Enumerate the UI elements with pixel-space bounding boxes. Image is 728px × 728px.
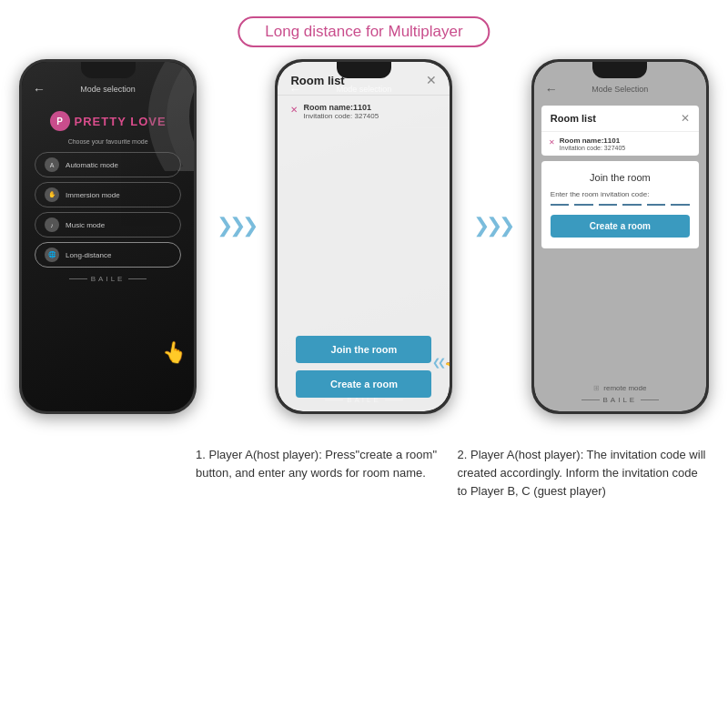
remote-icon-p3: ⊞ bbox=[593, 384, 600, 392]
room-name: Room name:1101 bbox=[303, 103, 379, 112]
room-x-icon: ✕ bbox=[290, 105, 298, 115]
hand-icon-p2: 👆 bbox=[443, 351, 450, 373]
create-room-btn[interactable]: Create a room bbox=[296, 370, 431, 398]
phones-row: ← Mode selection P PRETTY LOVE Choose yo… bbox=[9, 59, 719, 414]
phone3-wrap: ← Mode Selection Room list ✕ ✕ Room name… bbox=[531, 59, 709, 414]
dash-3 bbox=[599, 204, 618, 206]
back-arrow-icon[interactable]: ← bbox=[33, 82, 46, 96]
desc-block-1: 1. Player A(host player): Press"create a… bbox=[196, 446, 449, 500]
mode-btn-music[interactable]: ♪ Music mode bbox=[35, 212, 181, 238]
enter-code-label: Enter the room invitation code: bbox=[551, 190, 690, 198]
desc-block-2: 2. Player A(host player): The invitation… bbox=[458, 446, 711, 500]
hand-arrows-p2: ❮❮ 👆 bbox=[432, 351, 450, 373]
phone1-wrap: ← Mode selection P PRETTY LOVE Choose yo… bbox=[19, 59, 197, 414]
room-x-p3: ✕ bbox=[549, 138, 555, 147]
room-list-title-p3: Room list bbox=[551, 113, 596, 124]
baile-footer: BAILE bbox=[22, 275, 194, 283]
room-info-p3: Room name:1101 Invitation code: 327405 bbox=[560, 136, 625, 151]
dash-2 bbox=[574, 204, 593, 206]
create-room-btn-p3[interactable]: Create a room bbox=[551, 215, 690, 238]
remote-bar-p3: ⊞ remote mode bbox=[593, 384, 646, 392]
modal-close-btn[interactable]: ✕ bbox=[426, 73, 437, 87]
room-list-modal: Room list ✕ ✕ Room name:1101 Invitation … bbox=[278, 62, 450, 411]
phone3-screen: ← Mode Selection Room list ✕ ✕ Room name… bbox=[534, 62, 706, 411]
screen1-header: ← Mode selection bbox=[22, 62, 194, 102]
mode-btn-longdistance[interactable]: 🌐 Long-distance bbox=[35, 242, 181, 268]
room-invitation-code: Invitation code: 327405 bbox=[303, 112, 379, 120]
arrows-1-2: ❯❯❯ bbox=[217, 214, 255, 238]
music-icon: ♪ bbox=[45, 217, 59, 232]
arrow-chevrons-1: ❯❯❯ bbox=[217, 214, 255, 238]
phone2-wrap: ← Mode selection Room list ✕ ✕ Room name… bbox=[275, 59, 452, 414]
modal-header: Room list ✕ bbox=[278, 62, 450, 96]
room-list-close-p3[interactable]: ✕ bbox=[681, 112, 690, 125]
hand-cursor-phone1: 👆 bbox=[160, 339, 188, 366]
automatic-icon: A bbox=[45, 157, 59, 172]
room-list-header-p3: Room list ✕ bbox=[541, 106, 699, 132]
join-room-panel: Join the room Enter the room invitation … bbox=[541, 161, 699, 248]
immersion-icon: ✋ bbox=[45, 187, 59, 202]
desc-text-1: 1. Player A(host player): Press"create a… bbox=[196, 446, 449, 482]
phone1-screen: ← Mode selection P PRETTY LOVE Choose yo… bbox=[22, 62, 194, 411]
room-item-p3[interactable]: ✕ Room name:1101 Invitation code: 327405 bbox=[541, 132, 699, 156]
phone1: ← Mode selection P PRETTY LOVE Choose yo… bbox=[19, 59, 197, 414]
phone2: ← Mode selection Room list ✕ ✕ Room name… bbox=[275, 59, 452, 414]
inv-code-p3: Invitation code: 327405 bbox=[560, 145, 625, 151]
dash-1 bbox=[551, 204, 570, 206]
immersion-label: Immersion mode bbox=[66, 191, 120, 199]
descriptions-row: 1. Player A(host player): Press"create a… bbox=[196, 446, 710, 500]
room-list-panel-p3: Room list ✕ ✕ Room name:1101 Invitation … bbox=[541, 106, 699, 156]
room-name-p3: Room name:1101 bbox=[560, 136, 625, 145]
back-arrow-p3[interactable]: ← bbox=[545, 82, 558, 96]
remote-label-p3: remote mode bbox=[603, 384, 646, 392]
arrow-chevrons-2: ❯❯❯ bbox=[473, 214, 511, 238]
title-text: Long distance for Multiplayer bbox=[265, 23, 462, 40]
mode-selection-label: Mode selection bbox=[80, 85, 136, 94]
screen3-header: ← Mode Selection bbox=[534, 62, 706, 102]
join-room-btn[interactable]: Join the room bbox=[296, 336, 431, 363]
baile-p3: BAILE bbox=[581, 396, 660, 404]
room-info: Room name:1101 Invitation code: 327405 bbox=[303, 103, 379, 120]
code-dashes bbox=[551, 204, 690, 206]
desc-text-2: 2. Player A(host player): The invitation… bbox=[458, 446, 711, 500]
dash-4 bbox=[622, 204, 642, 206]
title-banner: Long distance for Multiplayer bbox=[238, 16, 490, 47]
modal-buttons: Join the room Create a room bbox=[278, 327, 450, 411]
mode-sel-p3: Mode Selection bbox=[592, 85, 648, 94]
screen3-footer: ⊞ remote mode BAILE bbox=[534, 384, 706, 404]
mode-btn-immersion[interactable]: ✋ Immersion mode bbox=[35, 182, 181, 207]
modal-title: Room list bbox=[290, 74, 344, 87]
longdistance-label: Long-distance bbox=[66, 251, 111, 259]
left-arrows: ❮❮ bbox=[432, 357, 443, 369]
phone3: ← Mode Selection Room list ✕ ✕ Room name… bbox=[531, 59, 709, 414]
room-list-item[interactable]: ✕ Room name:1101 Invitation code: 327405 bbox=[278, 96, 450, 128]
music-label: Music mode bbox=[66, 221, 105, 229]
join-room-title: Join the room bbox=[551, 172, 690, 183]
arrows-2-3: ❯❯❯ bbox=[473, 214, 511, 238]
longdistance-icon: 🌐 bbox=[45, 248, 59, 262]
dash-6 bbox=[671, 204, 690, 206]
dash-5 bbox=[647, 204, 666, 206]
phone2-screen: ← Mode selection Room list ✕ ✕ Room name… bbox=[278, 62, 450, 411]
brand-icon: P bbox=[50, 111, 70, 131]
